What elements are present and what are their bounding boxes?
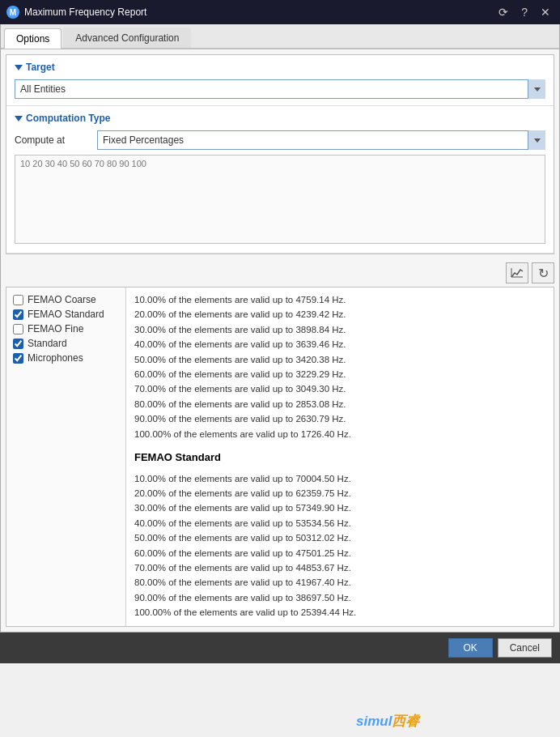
options-content: Target All Entities Selected Entities Vi… xyxy=(6,54,554,254)
report-line: 10.00% of the elements are valid up to 7… xyxy=(134,471,545,486)
chart-icon xyxy=(511,267,524,279)
report-line: 90.00% of the elements are valid up to 3… xyxy=(134,590,545,605)
report-line: 40.00% of the elements are valid up to 5… xyxy=(134,516,545,530)
report-line: 80.00% of the elements are valid up to 2… xyxy=(134,397,545,411)
femao-fine-checkbox[interactable] xyxy=(13,324,23,334)
target-dropdown-wrap: All Entities Selected Entities Visible E… xyxy=(15,79,545,99)
brand: simul西睿 xyxy=(356,712,419,731)
checkbox-standard[interactable]: Standard xyxy=(13,338,119,349)
cancel-button[interactable]: Cancel xyxy=(498,638,552,658)
toolbar-row: ↻ xyxy=(1,259,559,287)
window-title: Maximum Frequency Report xyxy=(24,6,495,18)
checkbox-femao-standard[interactable]: FEMAO Standard xyxy=(13,309,119,320)
report-line: 30.00% of the elements are valid up to 3… xyxy=(134,322,545,337)
report-line: 60.00% of the elements are valid up to 3… xyxy=(134,367,545,381)
refresh-report-button[interactable]: ↻ xyxy=(532,262,554,283)
app-icon: M xyxy=(6,6,19,19)
checkbox-femao-fine[interactable]: FEMAO Fine xyxy=(13,323,119,334)
checkbox-femao-coarse[interactable]: FEMAO Coarse xyxy=(13,294,119,305)
percentage-textbox[interactable] xyxy=(15,155,545,244)
target-collapse-icon[interactable] xyxy=(15,65,23,70)
lower-panel: FEMAO Coarse FEMAO Standard FEMAO Fine S… xyxy=(6,287,554,627)
femao-standard-checkbox[interactable] xyxy=(13,309,23,320)
target-dropdown[interactable]: All Entities Selected Entities Visible E… xyxy=(15,79,545,99)
legend-panel: FEMAO Coarse FEMAO Standard FEMAO Fine S… xyxy=(6,288,126,626)
microphones-checkbox[interactable] xyxy=(13,353,23,364)
report-line: 100.00% of the elements are valid up to … xyxy=(134,605,545,620)
tab-bar: Options Advanced Configuration xyxy=(1,24,559,49)
standard-label: Standard xyxy=(28,338,67,349)
close-icon[interactable]: ✕ xyxy=(537,4,554,20)
report-line: 50.00% of the elements are valid up to 3… xyxy=(134,352,545,367)
report-group2: FEMAO Standard 10.00% of the elements ar… xyxy=(134,449,545,620)
tab-advanced-configuration[interactable]: Advanced Configuration xyxy=(63,28,191,48)
dialog: Options Advanced Configuration Target Al… xyxy=(0,24,560,633)
femao-standard-label: FEMAO Standard xyxy=(28,309,104,320)
ok-button[interactable]: OK xyxy=(448,638,493,658)
report-group1: 10.00% of the elements are valid up to 4… xyxy=(134,292,545,441)
report-group2-lines: 10.00% of the elements are valid up to 7… xyxy=(134,471,545,620)
refresh-icon[interactable]: ⟳ xyxy=(495,4,511,20)
femao-coarse-label: FEMAO Coarse xyxy=(28,294,96,305)
report-line: 70.00% of the elements are valid up to 3… xyxy=(134,381,545,396)
target-section: Target All Entities Selected Entities Vi… xyxy=(6,55,554,106)
report-line: 20.00% of the elements are valid up to 6… xyxy=(134,486,545,501)
standard-checkbox[interactable] xyxy=(13,339,23,349)
report-line: 30.00% of the elements are valid up to 5… xyxy=(134,501,545,515)
compute-at-field: Fixed Percentages Custom Values xyxy=(97,130,545,150)
group2-title: FEMAO Standard xyxy=(134,449,545,466)
computation-header: Computation Type xyxy=(15,113,545,124)
brand-text: simul xyxy=(356,714,392,729)
report-line: 70.00% of the elements are valid up to 4… xyxy=(134,560,545,575)
report-line: 50.00% of the elements are valid up to 5… xyxy=(134,530,545,545)
refresh-icon: ↻ xyxy=(538,266,549,281)
chart-button[interactable] xyxy=(506,262,528,283)
compute-at-label: Compute at xyxy=(15,134,87,146)
femao-coarse-checkbox[interactable] xyxy=(13,295,23,305)
report-line: 100.00% of the elements are valid up to … xyxy=(134,427,545,441)
report-text-panel[interactable]: 10.00% of the elements are valid up to 4… xyxy=(126,288,554,626)
report-line: 60.00% of the elements are valid up to 4… xyxy=(134,546,545,560)
report-line: 20.00% of the elements are valid up to 4… xyxy=(134,307,545,322)
title-bar: M Maximum Frequency Report ⟳ ? ✕ xyxy=(0,0,560,24)
report-line: 90.00% of the elements are valid up to 2… xyxy=(134,411,545,426)
report-line: 40.00% of the elements are valid up to 3… xyxy=(134,337,545,351)
compute-dropdown-wrap: Fixed Percentages Custom Values xyxy=(97,130,545,150)
microphones-label: Microphones xyxy=(28,352,83,364)
computation-collapse-icon[interactable] xyxy=(15,116,23,121)
femao-fine-label: FEMAO Fine xyxy=(28,323,83,334)
computation-section: Computation Type Compute at Fixed Percen… xyxy=(6,106,554,253)
computation-label: Computation Type xyxy=(26,113,110,124)
report-line: 80.00% of the elements are valid up to 4… xyxy=(134,575,545,590)
tab-options[interactable]: Options xyxy=(4,28,62,49)
brand-accent: 西睿 xyxy=(392,714,419,729)
target-header: Target xyxy=(15,62,545,73)
compute-dropdown[interactable]: Fixed Percentages Custom Values xyxy=(97,130,545,150)
bottom-bar: simul西睿 OK Cancel xyxy=(0,633,560,663)
target-label: Target xyxy=(26,62,55,73)
help-icon[interactable]: ? xyxy=(518,4,531,20)
report-line: 10.00% of the elements are valid up to 4… xyxy=(134,292,545,307)
window-controls: ⟳ ? ✕ xyxy=(495,4,554,20)
compute-at-row: Compute at Fixed Percentages Custom Valu… xyxy=(15,130,545,150)
checkbox-microphones[interactable]: Microphones xyxy=(13,352,119,364)
